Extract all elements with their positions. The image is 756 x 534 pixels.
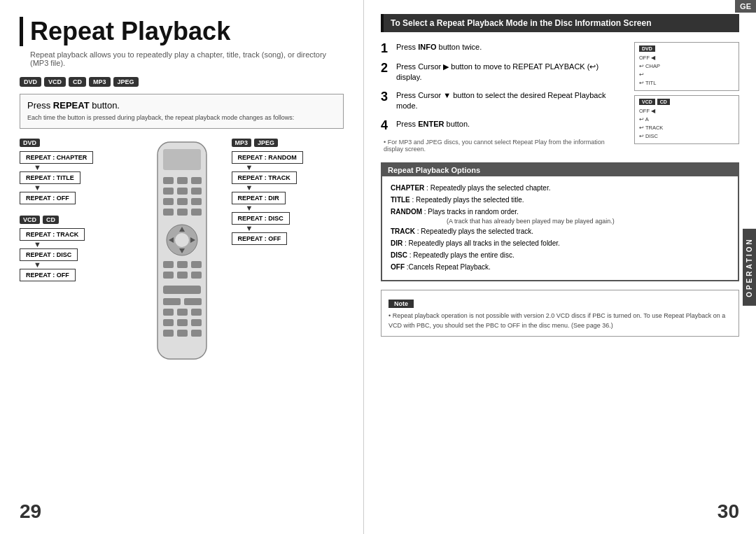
vcd-flow-track: REPEAT : TRACK bbox=[20, 228, 85, 241]
vcd-panel-badge: VCD bbox=[639, 99, 655, 105]
svg-rect-23 bbox=[163, 272, 174, 279]
page-title: Repeat Playback bbox=[20, 17, 344, 46]
svg-rect-1 bbox=[163, 149, 201, 170]
option-disc: DISC : Repeatedly plays the entire disc. bbox=[391, 249, 729, 261]
vcd-cd-panel-header: VCD CD bbox=[639, 99, 734, 105]
repeat-options-box: Repeat Playback Options CHAPTER : Repeat… bbox=[381, 162, 739, 282]
dvd-flow-chart: REPEAT : CHAPTER ▼ REPEAT : TITLE ▼ REPE… bbox=[20, 151, 132, 204]
svg-rect-28 bbox=[184, 298, 202, 305]
repeat-options-header: Repeat Playback Options bbox=[382, 164, 738, 176]
svg-rect-7 bbox=[191, 188, 202, 195]
step-text-2: Press Cursor ▶ button to move to REPEAT … bbox=[396, 62, 623, 83]
option-random-sub: (A track that has already been played ma… bbox=[391, 218, 729, 226]
vcd-badge-2: VCD bbox=[20, 216, 40, 224]
press-repeat-desc: Each time the button is pressed during p… bbox=[27, 113, 336, 122]
step-4: 4 Press ENTER button. bbox=[381, 119, 623, 132]
mp3-arrow-3: ▼ bbox=[246, 204, 253, 212]
step-num-3: 3 bbox=[381, 90, 392, 103]
dvd-panel-content: OFF ◀ ↩ CHAP ↩ ↩ TITL bbox=[639, 54, 734, 87]
mp3-arrow-4: ▼ bbox=[246, 225, 253, 232]
svg-point-15 bbox=[175, 233, 189, 247]
svg-rect-32 bbox=[163, 319, 174, 326]
badge-dvd: DVD bbox=[20, 77, 41, 87]
svg-rect-20 bbox=[163, 261, 174, 268]
jpeg-badge: JPEG bbox=[254, 139, 278, 147]
svg-rect-25 bbox=[191, 272, 202, 279]
vcd-arrow-1: ▼ bbox=[34, 241, 41, 248]
option-dir: DIR : Repeatedly plays all tracks in the… bbox=[391, 237, 729, 249]
option-random: RANDOM : Plays tracks in random order. bbox=[391, 206, 729, 218]
option-off: OFF :Cancels Repeat Playback. bbox=[391, 261, 729, 273]
svg-rect-10 bbox=[191, 198, 202, 205]
svg-rect-12 bbox=[177, 209, 188, 216]
step-num-2: 2 bbox=[381, 62, 392, 74]
dvd-disc-panel: DVD OFF ◀ ↩ CHAP ↩ ↩ TITL bbox=[634, 42, 739, 91]
step-num-4: 4 bbox=[381, 119, 392, 132]
option-chapter: CHAPTER : Repeatedly plays the selected … bbox=[391, 182, 729, 194]
mp3-flow-random: REPEAT : RANDOM bbox=[232, 151, 303, 164]
vcd-cd-disc-panel: VCD CD OFF ◀ ↩ A ↩ TRACK ↩ DISC bbox=[634, 95, 739, 144]
note-box: Note • Repeat playback operation is not … bbox=[381, 290, 739, 337]
step-note: • For MP3 and JPEG discs, you cannot sel… bbox=[381, 139, 623, 153]
ge-badge: GE bbox=[735, 0, 756, 13]
mp3-jpeg-diagram-col: MP3 JPEG REPEAT : RANDOM ▼ REPEAT : TRAC… bbox=[232, 139, 344, 363]
step-3: 3 Press Cursor ▼ button to select the de… bbox=[381, 90, 623, 112]
page-number-left: 29 bbox=[20, 500, 41, 523]
vcd-cd-panel-content: OFF ◀ ↩ A ↩ TRACK ↩ DISC bbox=[639, 107, 734, 141]
dvd-panel-badge: DVD bbox=[639, 45, 655, 52]
svg-rect-27 bbox=[163, 298, 181, 305]
svg-rect-9 bbox=[177, 198, 188, 205]
note-header: Note bbox=[388, 300, 414, 308]
dvd-arrow-1: ▼ bbox=[34, 164, 41, 171]
disc-info-panels: DVD OFF ◀ ↩ CHAP ↩ ↩ TITL VCD CD bbox=[634, 42, 739, 153]
svg-rect-21 bbox=[177, 261, 188, 268]
mp3-arrow-2: ▼ bbox=[246, 184, 253, 192]
cd-badge-2: CD bbox=[43, 216, 59, 224]
remote-illustration bbox=[144, 139, 220, 363]
diagrams-area: DVD REPEAT : CHAPTER ▼ REPEAT : TITLE ▼ … bbox=[20, 139, 344, 363]
mp3-flow-disc: REPEAT : DISC bbox=[232, 212, 290, 225]
cd-panel-badge: CD bbox=[657, 99, 670, 105]
svg-rect-11 bbox=[163, 209, 174, 216]
mp3-badge: MP3 bbox=[232, 139, 252, 147]
page-subtitle: Repeat playback allows you to repeatedly… bbox=[20, 50, 344, 67]
svg-rect-22 bbox=[191, 261, 202, 268]
step-1: 1 Press INFO button twice. bbox=[381, 42, 623, 55]
svg-rect-35 bbox=[163, 330, 174, 337]
dvd-badge: DVD bbox=[20, 139, 40, 147]
mp3-flow-track: REPEAT : TRACK bbox=[232, 171, 297, 184]
badge-mp3: MP3 bbox=[89, 77, 111, 87]
page-number-right: 30 bbox=[718, 500, 739, 523]
dvd-flow-chapter: REPEAT : CHAPTER bbox=[20, 151, 93, 164]
press-repeat-title: Press REPEAT button. bbox=[27, 100, 336, 111]
options-list: CHAPTER : Repeatedly plays the selected … bbox=[391, 182, 729, 274]
dvd-panel-header: DVD bbox=[639, 45, 734, 52]
option-track: TRACK : Repeatedly plays the selected tr… bbox=[391, 225, 729, 237]
mp3-flow-off: REPEAT : OFF bbox=[232, 232, 288, 245]
svg-rect-3 bbox=[177, 177, 188, 184]
svg-rect-29 bbox=[163, 309, 174, 316]
svg-rect-5 bbox=[163, 188, 174, 195]
right-page: GE To Select a Repeat Playback Mode in t… bbox=[364, 0, 756, 534]
svg-rect-6 bbox=[177, 188, 188, 195]
badge-vcd: VCD bbox=[44, 77, 66, 87]
steps-left: 1 Press INFO button twice. 2 Press Curso… bbox=[381, 42, 623, 153]
section-title-box: To Select a Repeat Playback Mode in the … bbox=[381, 14, 739, 32]
svg-rect-30 bbox=[177, 309, 188, 316]
svg-rect-34 bbox=[191, 319, 202, 326]
dvd-flow-title: REPEAT : TITLE bbox=[20, 171, 80, 184]
vcd-cd-flow-chart: REPEAT : TRACK ▼ REPEAT : DISC ▼ REPEAT … bbox=[20, 228, 132, 281]
svg-rect-36 bbox=[177, 330, 188, 337]
vcd-flow-disc: REPEAT : DISC bbox=[20, 248, 78, 261]
vcd-cd-diag-header: VCD CD bbox=[20, 216, 132, 224]
dvd-diag-header: DVD bbox=[20, 139, 132, 147]
mp3-flow-dir: REPEAT : DIR bbox=[232, 192, 286, 204]
svg-rect-24 bbox=[177, 272, 188, 279]
svg-rect-8 bbox=[163, 198, 174, 205]
press-repeat-box: Press REPEAT button. Each time the butto… bbox=[20, 94, 344, 129]
svg-rect-13 bbox=[191, 209, 202, 216]
svg-rect-2 bbox=[163, 177, 174, 184]
svg-rect-26 bbox=[163, 286, 201, 294]
vcd-flow-off: REPEAT : OFF bbox=[20, 269, 76, 281]
svg-rect-31 bbox=[191, 309, 202, 316]
